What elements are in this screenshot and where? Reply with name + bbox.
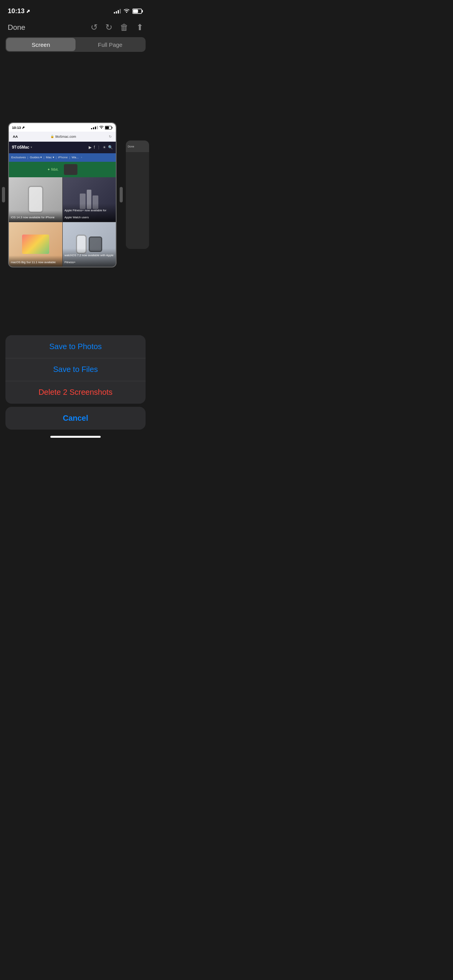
mini-tabs-bar: Exclusives | Guides ▾ | Mac ▾ | iPhone |… xyxy=(9,153,116,162)
home-indicator xyxy=(0,433,151,440)
mini-article-watchos: watchOS 7.2 now available with Apple Fit… xyxy=(63,222,116,267)
action-cancel-group: Cancel xyxy=(5,407,146,430)
mini-location-icon xyxy=(22,126,25,129)
delete-screenshots-button[interactable]: Delete 2 Screenshots xyxy=(5,381,146,404)
mini-article-overlay-4: watchOS 7.2 now available with Apple Fit… xyxy=(63,248,116,267)
svg-rect-5 xyxy=(105,126,109,128)
screenshot-preview-area: 10:13 xyxy=(0,57,151,335)
mini-article-macos: macOS Big Sur 11.1 now available xyxy=(9,222,62,267)
mini-youtube-icon: ▶ xyxy=(89,145,92,149)
save-to-files-button[interactable]: Save to Files xyxy=(5,358,146,381)
save-to-photos-button[interactable]: Save to Photos xyxy=(5,335,146,358)
share-button[interactable]: ⬆ xyxy=(136,22,143,33)
mini-refresh-button: ↻ xyxy=(109,135,112,139)
done-button[interactable]: Done xyxy=(8,23,25,32)
action-sheet-main: Save to Photos Save to Files Delete 2 Sc… xyxy=(5,335,146,404)
mini-ad-banner: ✦ fitbit. xyxy=(9,162,116,177)
mini-articles-grid: iOS 14.3 now available for iPhone Apple … xyxy=(9,177,116,267)
mini-nav-icons: ▶ f ⋮ ☀ 🔍 xyxy=(89,145,113,149)
mini-facebook-icon: f xyxy=(94,145,95,149)
action-sheet: Save to Photos Save to Files Delete 2 Sc… xyxy=(0,335,151,430)
segment-control: Screen Full Page xyxy=(5,37,146,52)
location-icon xyxy=(26,9,30,13)
svg-rect-4 xyxy=(112,127,113,128)
mini-nav-bar: 9T⊙5Mac ▾ ▶ f ⋮ ☀ 🔍 xyxy=(9,142,116,153)
ghost-card-top: Done xyxy=(126,140,149,152)
mini-wifi-icon xyxy=(99,126,104,129)
mini-article-text-1: iOS 14.3 now available for iPhone xyxy=(11,216,55,219)
toolbar-icons: ↺ ↻ 🗑 ⬆ xyxy=(91,22,143,33)
mini-more-icon: ⋮ xyxy=(97,145,101,149)
signal-icon xyxy=(114,9,121,14)
mini-article-fitness: Apple Fitness+ now available for Apple W… xyxy=(63,177,116,222)
svg-rect-2 xyxy=(133,10,138,13)
scroll-handle-right[interactable] xyxy=(120,187,123,202)
time-display: 10:13 xyxy=(8,7,24,15)
mini-url-bar: AA 🔒 9to5mac.com ↻ xyxy=(9,132,116,142)
cancel-label: Cancel xyxy=(63,414,88,422)
status-right-icons xyxy=(114,9,143,14)
cancel-button[interactable]: Cancel xyxy=(5,407,146,430)
mini-status-bar: 10:13 xyxy=(9,123,116,132)
toolbar: Done ↺ ↻ 🗑 ⬆ xyxy=(0,19,151,37)
mini-article-overlay-1: iOS 14.3 now available for iPhone xyxy=(9,211,62,222)
battery-icon xyxy=(132,9,143,14)
mini-article-text-3: macOS Big Sur 11.1 now available xyxy=(11,260,56,264)
mini-search-icon: 🔍 xyxy=(108,145,113,149)
mini-url-display: 🔒 9to5mac.com xyxy=(50,135,76,139)
mini-article-overlay-3: macOS Big Sur 11.1 now available xyxy=(9,255,62,267)
mini-time: 10:13 xyxy=(12,126,25,130)
undo-button[interactable]: ↺ xyxy=(91,22,98,33)
home-bar xyxy=(50,436,101,438)
ghost-card-body xyxy=(126,152,149,249)
phone-illustration xyxy=(28,186,43,213)
mini-battery-icon xyxy=(105,126,113,130)
mini-signal-icon xyxy=(91,126,98,129)
mini-article-overlay-2: Apple Fitness+ now available for Apple W… xyxy=(63,204,116,222)
status-bar: 10:13 xyxy=(0,0,151,19)
save-to-photos-label: Save to Photos xyxy=(49,342,102,351)
full-page-tab[interactable]: Full Page xyxy=(76,38,145,51)
ghost-screenshot-card: Done xyxy=(126,140,149,249)
save-to-files-label: Save to Files xyxy=(53,365,98,373)
mini-article-text-2: Apple Fitness+ now available for Apple W… xyxy=(65,209,106,219)
ghost-done-label: Done xyxy=(128,145,134,148)
scroll-handle-left[interactable] xyxy=(2,187,5,202)
mini-site-name: 9T⊙5Mac xyxy=(12,145,29,149)
redo-button[interactable]: ↻ xyxy=(105,22,112,33)
mini-aa-button: AA xyxy=(13,135,18,139)
wifi-icon xyxy=(124,9,130,14)
mini-brightness-icon: ☀ xyxy=(103,145,106,149)
mini-article-text-4: watchOS 7.2 now available with Apple Fit… xyxy=(65,254,114,264)
screenshot-card-main[interactable]: 10:13 xyxy=(8,122,117,267)
mini-article-ios: iOS 14.3 now available for iPhone xyxy=(9,177,62,222)
delete-button[interactable]: 🗑 xyxy=(120,22,129,33)
delete-screenshots-label: Delete 2 Screenshots xyxy=(38,388,112,396)
mini-status-right xyxy=(91,126,113,130)
screen-tab[interactable]: Screen xyxy=(6,38,76,51)
svg-rect-1 xyxy=(142,10,143,12)
status-time: 10:13 xyxy=(8,7,30,15)
